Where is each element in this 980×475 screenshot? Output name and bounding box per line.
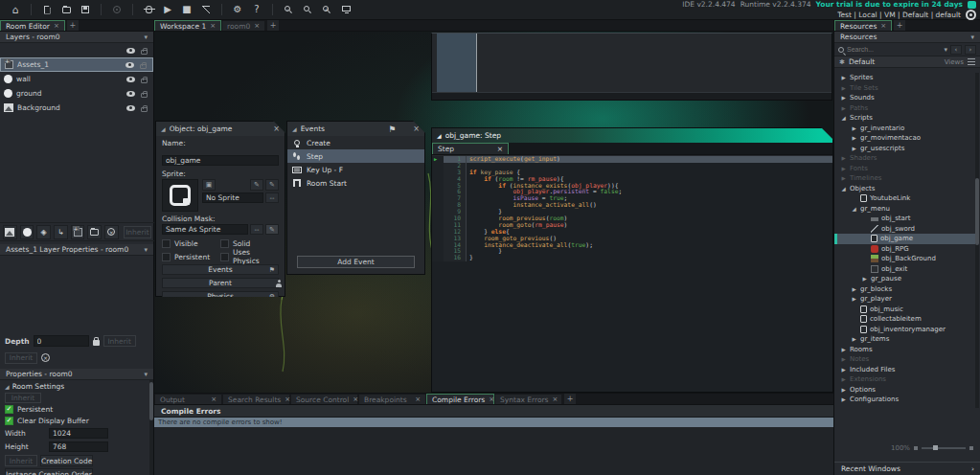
tree-item-obj_game[interactable]: obj_game bbox=[834, 234, 977, 244]
views-menu-icon[interactable] bbox=[968, 58, 975, 65]
tree-item-scripts[interactable]: ◢Scripts bbox=[834, 113, 977, 124]
depth-inherit-button[interactable]: Inherit bbox=[103, 335, 136, 347]
lock-icon[interactable] bbox=[141, 93, 148, 98]
tab-source-control[interactable]: Source Control× bbox=[290, 394, 358, 404]
checkbox[interactable] bbox=[162, 253, 171, 261]
horizontal-scrollbar[interactable] bbox=[432, 92, 832, 100]
checkbox[interactable] bbox=[220, 253, 229, 261]
close-icon[interactable]: × bbox=[553, 396, 558, 403]
tree-item-sprites[interactable]: ▶Sprites bbox=[834, 73, 977, 83]
collapse-icon[interactable]: ◢ bbox=[292, 125, 297, 132]
layer-inherit-button[interactable]: Inherit bbox=[124, 226, 151, 238]
tree-item-gr_movimentacao[interactable]: ▶gr_movimentacao bbox=[834, 133, 977, 144]
partial-editor-window[interactable] bbox=[431, 33, 832, 101]
breakpoint-margin[interactable] bbox=[432, 236, 444, 242]
eye-icon[interactable] bbox=[126, 48, 135, 54]
padlock-icon[interactable] bbox=[93, 340, 100, 346]
tree-item-configurations[interactable]: ▶Configurations bbox=[834, 395, 977, 405]
tree-item-obj_inventorymanager[interactable]: obj_inventorymanager bbox=[834, 325, 977, 335]
collapsed-icon[interactable]: ▶ bbox=[840, 356, 847, 362]
collapse-icon[interactable]: ◢ bbox=[161, 125, 166, 132]
breakpoint-margin[interactable] bbox=[432, 176, 444, 183]
config-row[interactable]: ✱ Default Views bbox=[834, 57, 980, 68]
code-line[interactable]: 15 } bbox=[432, 248, 832, 255]
tab-breakpoints[interactable]: Breakpoints× bbox=[358, 394, 426, 404]
layer-row-wall[interactable]: wall bbox=[0, 72, 153, 86]
breakpoint-margin[interactable] bbox=[432, 189, 444, 195]
zoom-in-handle[interactable] bbox=[969, 446, 973, 450]
collapsed-icon[interactable]: ▶ bbox=[840, 105, 847, 111]
target-manager-icon[interactable] bbox=[966, 10, 976, 20]
close-icon[interactable]: × bbox=[254, 22, 260, 30]
new-tab-button[interactable]: + bbox=[894, 20, 905, 31]
lock-icon[interactable] bbox=[141, 79, 148, 83]
tree-item-gr_items[interactable]: ▶gr_items bbox=[834, 334, 977, 345]
collapsed-icon[interactable]: ▶ bbox=[840, 367, 847, 373]
sprite-preview[interactable] bbox=[162, 179, 198, 212]
events-window[interactable]: ◢ Events ⚑ × CreateStepKey Up - FRoom St… bbox=[286, 121, 425, 275]
clear-inherit-icon[interactable]: × bbox=[41, 353, 50, 362]
tree-scrollbar[interactable] bbox=[975, 73, 979, 408]
tree-item-obj_background[interactable]: obj_BackGround bbox=[834, 254, 977, 264]
collapsed-icon[interactable]: ▶ bbox=[851, 125, 857, 131]
collapsed-icon[interactable]: ▶ bbox=[840, 155, 847, 161]
tree-item-tile sets[interactable]: ▶Tile Sets bbox=[834, 83, 977, 94]
recent-windows-bar[interactable]: Recent Windows › bbox=[834, 462, 980, 475]
zoom-out-handle[interactable] bbox=[914, 446, 918, 450]
tab-compile-errors[interactable]: Compile Errors× bbox=[426, 394, 494, 404]
tree-item-obj_rpg[interactable]: obj_RPG bbox=[834, 244, 977, 255]
new-tab-button[interactable]: + bbox=[564, 394, 576, 404]
event-room-start[interactable]: Room Start bbox=[287, 176, 424, 190]
room-properties-header[interactable]: Properties - room0▾ bbox=[0, 369, 153, 380]
layer-row-background[interactable]: Background bbox=[0, 101, 153, 115]
tree-item-fonts[interactable]: ▶Fonts bbox=[834, 164, 977, 174]
collapsed-icon[interactable]: ▶ bbox=[840, 166, 847, 171]
run-button[interactable]: ▶ bbox=[161, 3, 174, 16]
tab-room0[interactable]: room0× bbox=[221, 20, 265, 31]
expanded-icon[interactable]: ◢ bbox=[840, 115, 847, 121]
home-button[interactable]: ⌂ bbox=[9, 3, 22, 16]
collapsed-icon[interactable]: ▶ bbox=[840, 95, 847, 101]
edit-image-button[interactable]: ✎ bbox=[265, 179, 279, 191]
close-icon[interactable]: × bbox=[54, 22, 59, 30]
breakpoint-margin[interactable] bbox=[432, 222, 444, 229]
zoom-slider[interactable] bbox=[922, 447, 966, 449]
tree-item-gr_inventario[interactable]: ▶gr_inventario bbox=[834, 124, 977, 134]
workspace-canvas[interactable]: ◢ Object: obj_game × Name: Sprite: ▣ ✎ ✎ bbox=[154, 32, 833, 393]
tree-item-timelines[interactable]: ▶Timelines bbox=[834, 173, 977, 184]
close-icon[interactable]: × bbox=[880, 22, 886, 30]
object-window-header[interactable]: ◢ Object: obj_game × bbox=[156, 122, 285, 136]
search-next-button[interactable]: › bbox=[965, 45, 976, 55]
checkbox[interactable] bbox=[220, 239, 229, 248]
edit-sprite-button[interactable]: ✎ bbox=[250, 179, 263, 191]
collision-browse-button[interactable]: -- bbox=[250, 224, 263, 235]
creation-code-button[interactable]: Creation Code bbox=[40, 455, 93, 466]
object-name-input[interactable] bbox=[162, 155, 279, 166]
creation-inherit-button[interactable]: Inherit bbox=[5, 455, 37, 466]
event-step[interactable]: Step bbox=[287, 149, 424, 163]
layer-row-ground[interactable]: ground bbox=[0, 86, 153, 101]
folder-add-button[interactable] bbox=[87, 225, 102, 239]
breakpoint-margin[interactable] bbox=[432, 248, 444, 255]
parent-button[interactable]: Parent bbox=[162, 278, 279, 288]
breakpoint-margin[interactable] bbox=[432, 183, 444, 190]
resources-header[interactable]: Resources▾ bbox=[834, 32, 980, 43]
code-editor[interactable]: ▶1script_execute(get_input)23if key_paus… bbox=[432, 156, 832, 392]
events-button[interactable]: Events⚑ bbox=[162, 264, 279, 275]
zoom-in-button[interactable]: + bbox=[320, 3, 333, 16]
edit-mask-button[interactable]: ✎ bbox=[265, 224, 279, 235]
breakpoint-margin[interactable] bbox=[432, 209, 444, 215]
tree-item-options[interactable]: ▶Options bbox=[834, 385, 977, 396]
new-file-button[interactable] bbox=[40, 3, 54, 16]
eye-icon[interactable] bbox=[126, 77, 135, 82]
search-input[interactable] bbox=[847, 45, 941, 55]
tab-resources[interactable]: Resources× bbox=[834, 20, 892, 31]
eye-icon[interactable] bbox=[126, 91, 135, 97]
tree-item-collectableitem[interactable]: collectableitem bbox=[834, 314, 977, 325]
breakpoint-margin[interactable] bbox=[432, 215, 444, 222]
close-icon[interactable]: × bbox=[415, 396, 421, 403]
tree-item-included files[interactable]: ▶Included Files bbox=[834, 365, 977, 375]
tree-item-shaders[interactable]: ▶Shaders bbox=[834, 153, 977, 164]
event-create[interactable]: Create bbox=[287, 136, 424, 149]
background-layer-button[interactable] bbox=[3, 225, 17, 239]
